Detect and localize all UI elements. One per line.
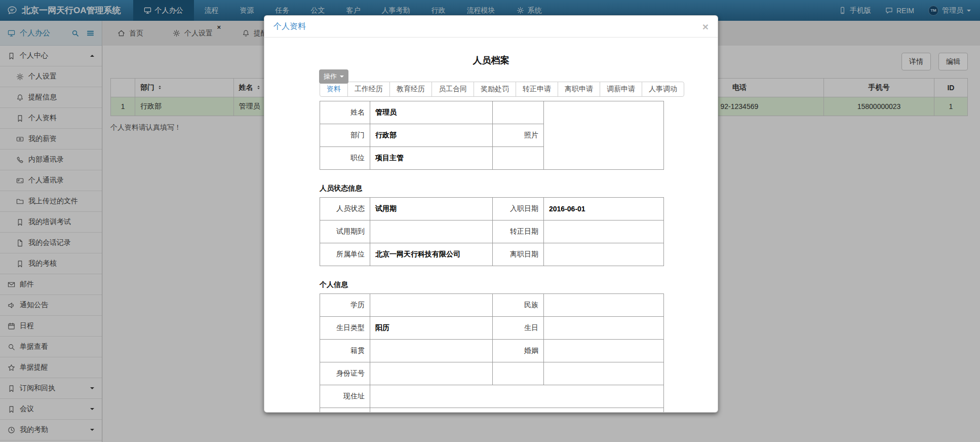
id-number-label: 身份证号 [320, 362, 370, 385]
form-row: 所属单位 北京一网天行科技有限公司 离职日期 [320, 243, 664, 266]
form-row: 家庭住址 [320, 408, 664, 413]
form-row: 学历 民族 [320, 294, 664, 317]
form-row: 姓名 管理员 [320, 101, 664, 124]
name-value: 管理员 [370, 101, 493, 124]
birthday-type-label: 生日类型 [320, 317, 370, 340]
current-address-label: 现住址 [320, 385, 370, 408]
empty-cell [544, 362, 664, 385]
birthday-label: 生日 [493, 317, 544, 340]
education-label: 学历 [320, 294, 370, 317]
company-label: 所属单位 [320, 243, 370, 266]
marriage-value [544, 340, 664, 362]
current-address-value [370, 385, 664, 408]
position-value: 项目主管 [370, 147, 493, 170]
empty-cell [493, 147, 544, 170]
birthday-type-value: 阳历 [370, 317, 493, 340]
personal-profile-modal: 个人资料 × 操作 人员档案 资料 工作经历 教育经历 员工合同 奖励处罚 转正… [264, 15, 718, 413]
modal-body: 操作 人员档案 资料 工作经历 教育经历 员工合同 奖励处罚 转正申请 离职申请… [264, 54, 718, 413]
personal-section-title: 个人信息 [320, 280, 662, 289]
photo-label: 照片 [493, 124, 544, 147]
form-row: 人员状态 试用期 入职日期 2016-06-01 [320, 198, 664, 220]
hire-date-value: 2016-06-01 [544, 198, 664, 220]
probation-until-value [370, 220, 493, 243]
company-value: 北京一网天行科技有限公司 [370, 243, 493, 266]
form-title: 人员档案 [320, 54, 662, 66]
close-icon[interactable]: × [702, 21, 709, 32]
modal-title: 个人资料 [273, 21, 306, 32]
empty-cell [493, 101, 544, 124]
personal-info-table: 学历 民族 生日类型 阳历 生日 籍贯 婚姻 [320, 293, 664, 413]
leave-date-value [544, 243, 664, 266]
marriage-label: 婚姻 [493, 340, 544, 362]
ethnicity-value [544, 294, 664, 317]
tab-resignation[interactable]: 离职申请 [558, 82, 600, 97]
id-number-value [370, 362, 493, 385]
home-address-label: 家庭住址 [320, 408, 370, 413]
status-info-table: 人员状态 试用期 入职日期 2016-06-01 试用期到 转正日期 所属单位 … [320, 197, 664, 266]
name-label: 姓名 [320, 101, 370, 124]
basic-info-table: 姓名 管理员 部门 行政部 照片 职位 项目主管 [320, 101, 664, 170]
dept-label: 部门 [320, 124, 370, 147]
form-row: 生日类型 阳历 生日 [320, 317, 664, 340]
empty-cell [493, 362, 544, 385]
home-address-value [370, 408, 664, 413]
regularization-date-value [544, 220, 664, 243]
form-row: 现住址 [320, 385, 664, 408]
form-row: 试用期到 转正日期 [320, 220, 664, 243]
dept-value: 行政部 [370, 124, 493, 147]
tab-education[interactable]: 教育经历 [389, 82, 432, 97]
education-value [370, 294, 493, 317]
hire-date-label: 入职日期 [493, 198, 544, 220]
tab-salary-adjust[interactable]: 调薪申请 [600, 82, 642, 97]
tab-regularization[interactable]: 转正申请 [516, 82, 558, 97]
tab-rewards-penalties[interactable]: 奖励处罚 [474, 82, 516, 97]
tab-hr-transfer[interactable]: 人事调动 [642, 82, 684, 97]
status-section-title: 人员状态信息 [320, 184, 662, 193]
regularization-date-label: 转正日期 [493, 220, 544, 243]
tab-contract[interactable]: 员工合同 [432, 82, 474, 97]
status-value: 试用期 [370, 198, 493, 220]
probation-until-label: 试用期到 [320, 220, 370, 243]
app-window: 北京一网天行OA管理系统 个人办公 流程 资源 任务 公文 客户 人事考勤 行政… [0, 0, 980, 442]
leave-date-label: 离职日期 [493, 243, 544, 266]
modal-header: 个人资料 × [264, 16, 718, 38]
photo-placeholder [544, 101, 664, 170]
tab-profile-data[interactable]: 资料 [320, 82, 348, 97]
profile-tabs: 资料 工作经历 教育经历 员工合同 奖励处罚 转正申请 离职申请 调薪申请 人事… [320, 82, 662, 97]
native-place-label: 籍贯 [320, 340, 370, 362]
tab-work-experience[interactable]: 工作经历 [347, 82, 390, 97]
chevron-down-icon [340, 76, 344, 78]
form-row: 籍贯 婚姻 [320, 340, 664, 362]
ethnicity-label: 民族 [493, 294, 544, 317]
native-place-value [370, 340, 493, 362]
birthday-value [544, 317, 664, 340]
position-label: 职位 [320, 147, 370, 170]
status-label: 人员状态 [320, 198, 370, 220]
operation-dropdown-button[interactable]: 操作 [319, 69, 348, 84]
form-row: 身份证号 [320, 362, 664, 385]
